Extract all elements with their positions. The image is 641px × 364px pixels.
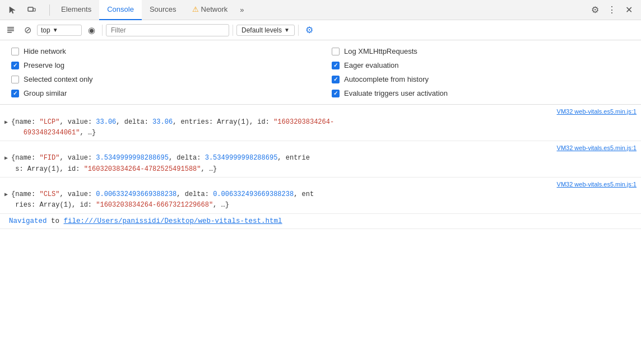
tab-more-btn[interactable]: »	[235, 0, 248, 20]
tab-console[interactable]: Console	[99, 0, 142, 20]
toolbar-right: ⚙ ⋮ ✕	[587, 2, 637, 18]
block-btn[interactable]: ⊘	[20, 23, 35, 38]
setting-preserve-log[interactable]: Preserve log	[11, 61, 309, 69]
svg-rect-2	[7, 29, 14, 30]
log-content-lcp: ▶ {name: "LCP", value: 33.06, delta: 33.…	[4, 117, 637, 138]
settings-right-col: Log XMLHttpRequests Eager evaluation Aut…	[332, 47, 630, 97]
svg-rect-1	[33, 8, 35, 11]
log-entry-lcp: VM32 web-vitals.es5.min.js:1 ▶ {name: "L…	[0, 105, 641, 141]
svg-rect-0	[28, 7, 33, 11]
tab-bar: Elements Console Sources ⚠ Network » ⚙ ⋮…	[0, 0, 641, 20]
toolbar-sep-2	[233, 25, 233, 36]
log-content-fid: ▶ {name: "FID", value: 3.534999999828869…	[4, 153, 637, 174]
log-content-cls: ▶ {name: "CLS", value: 0.006332493669388…	[4, 189, 637, 211]
checkbox-preserve-log[interactable]	[11, 62, 19, 69]
devtools-window: Elements Console Sources ⚠ Network » ⚙ ⋮…	[0, 0, 641, 364]
svg-rect-5	[7, 27, 14, 28]
settings-btn[interactable]: ⚙	[587, 2, 603, 18]
expand-arrow-lcp[interactable]: ▶	[4, 118, 8, 127]
device-toggle-btn[interactable]	[24, 2, 39, 18]
expand-arrow-fid[interactable]: ▶	[4, 154, 8, 162]
toolbar-sep-1	[102, 25, 103, 36]
svg-rect-3	[7, 30, 14, 31]
log-source-fid[interactable]: VM32 web-vitals.es5.min.js:1	[4, 143, 637, 153]
nav-url[interactable]: file:///Users/panissidi/Desktop/web-vita…	[64, 217, 282, 225]
settings-panel: Hide network Preserve log Selected conte…	[0, 40, 641, 105]
setting-autocomplete[interactable]: Autocomplete from history	[332, 75, 630, 83]
devtools-body: ⊘ top ▼ ◉ Default levels ▼ ⚙ Hide	[0, 20, 641, 364]
svg-rect-4	[7, 32, 12, 33]
clear-console-btn[interactable]	[3, 23, 18, 38]
more-btn[interactable]: ⋮	[604, 2, 620, 18]
setting-eager-eval[interactable]: Eager evaluation	[332, 61, 630, 69]
tab-divider-1	[49, 4, 50, 16]
levels-arrow-icon: ▼	[284, 27, 290, 33]
default-levels-dropdown[interactable]: Default levels ▼	[236, 25, 295, 36]
nav-navigated-label: Navigated	[9, 217, 47, 225]
expand-arrow-cls[interactable]: ▶	[4, 190, 8, 199]
setting-group-similar[interactable]: Group similar	[11, 89, 309, 97]
log-entry-fid: VM32 web-vitals.es5.min.js:1 ▶ {name: "F…	[0, 141, 641, 178]
toolbar-sep-3	[298, 25, 299, 36]
log-text-fid: {name: "FID", value: 3.5349999998288695,…	[11, 153, 637, 174]
close-btn[interactable]: ✕	[621, 2, 637, 18]
tab-icons	[4, 2, 39, 18]
setting-hide-network[interactable]: Hide network	[11, 47, 309, 55]
log-entry-cls: VM32 web-vitals.es5.min.js:1 ▶ {name: "C…	[0, 178, 641, 214]
log-text-cls: {name: "CLS", value: 0.00633249366938823…	[11, 189, 637, 211]
tab-elements[interactable]: Elements	[53, 0, 99, 20]
setting-selected-context[interactable]: Selected context only	[11, 75, 309, 83]
console-toolbar: ⊘ top ▼ ◉ Default levels ▼ ⚙	[0, 20, 641, 40]
setting-log-xhr[interactable]: Log XMLHttpRequests	[332, 47, 630, 55]
tab-sources[interactable]: Sources	[142, 0, 184, 20]
checkbox-autocomplete[interactable]	[332, 76, 340, 83]
eye-btn[interactable]: ◉	[84, 23, 99, 38]
nav-to-label: to	[51, 217, 64, 225]
checkbox-eval-triggers[interactable]	[332, 90, 340, 97]
log-source-lcp[interactable]: VM32 web-vitals.es5.min.js:1	[4, 107, 637, 116]
checkbox-hide-network[interactable]	[11, 48, 19, 55]
dropdown-arrow-icon: ▼	[53, 27, 58, 33]
checkbox-group-similar[interactable]	[11, 90, 19, 97]
console-settings-gear[interactable]: ⚙	[302, 23, 317, 38]
tab-network[interactable]: ⚠ Network	[184, 0, 236, 20]
nav-entry: Navigated to file:///Users/panissidi/Des…	[0, 214, 641, 229]
checkbox-log-xhr[interactable]	[332, 48, 340, 55]
settings-left-col: Hide network Preserve log Selected conte…	[11, 47, 309, 97]
network-warning-icon: ⚠	[192, 5, 199, 13]
cursor-icon-btn[interactable]	[4, 2, 20, 18]
checkbox-selected-context[interactable]	[11, 76, 19, 83]
setting-eval-triggers[interactable]: Evaluate triggers user activation	[332, 89, 630, 97]
log-source-cls[interactable]: VM32 web-vitals.es5.min.js:1	[4, 180, 637, 189]
console-output: VM32 web-vitals.es5.min.js:1 ▶ {name: "L…	[0, 105, 641, 364]
context-selector[interactable]: top ▼	[37, 25, 82, 36]
filter-input[interactable]	[106, 24, 229, 36]
checkbox-eager-eval[interactable]	[332, 62, 340, 69]
log-text-lcp: {name: "LCP", value: 33.06, delta: 33.06…	[11, 117, 637, 138]
